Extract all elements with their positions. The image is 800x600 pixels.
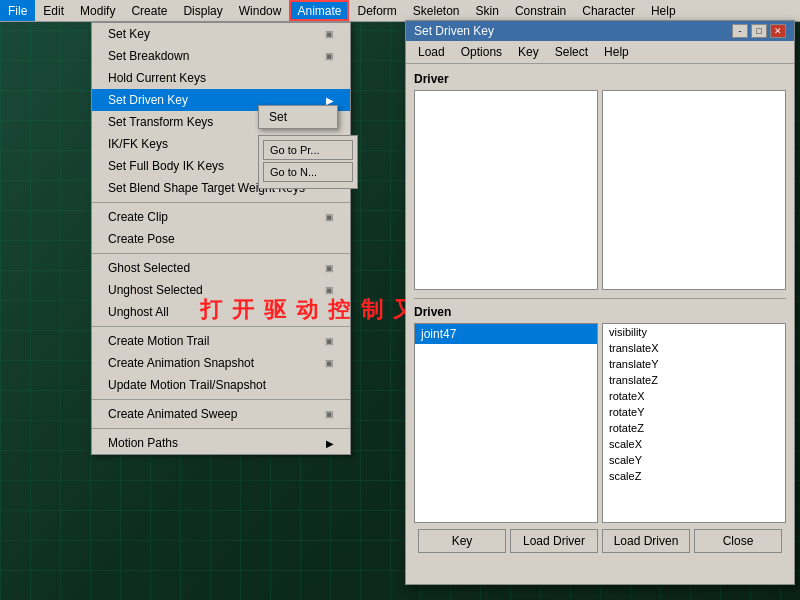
driver-panel [414,90,786,290]
menu-item-create-pose[interactable]: Create Pose [92,228,350,250]
set-driven-key-submenu: Set [258,105,338,129]
separator-4 [92,399,350,400]
sdk-divider [414,298,786,299]
submenu-arrow-motion-paths: ▶ [326,438,334,449]
sdk-menu-key[interactable]: Key [510,43,547,61]
driver-list-panel[interactable] [414,90,598,290]
goto-panel: Go to Pr... Go to N... [258,135,358,189]
menu-window[interactable]: Window [231,0,290,21]
menu-skeleton[interactable]: Skeleton [405,0,468,21]
sdk-dialog: Set Driven Key - □ ✕ Load Options Key Se… [405,20,795,585]
hotkey-icon-anim-snapshot: ▣ [325,358,334,368]
attr-scaleZ[interactable]: scaleZ [603,468,785,484]
menu-item-create-animation-snapshot[interactable]: Create Animation Snapshot ▣ [92,352,350,374]
sdk-titlebar: Set Driven Key - □ ✕ [406,21,794,41]
attr-translateY[interactable]: translateY [603,356,785,372]
menu-item-ghost-selected[interactable]: Ghost Selected ▣ [92,257,350,279]
menu-animate[interactable]: Animate [289,0,349,21]
menu-file[interactable]: File [0,0,35,21]
sdk-menubar: Load Options Key Select Help [406,41,794,64]
hotkey-icon-set-breakdown: ▣ [325,51,334,61]
attr-rotateZ[interactable]: rotateZ [603,420,785,436]
close-button[interactable]: ✕ [770,24,786,38]
menu-create[interactable]: Create [123,0,175,21]
driven-list[interactable]: joint47 [414,323,598,523]
attr-translateZ[interactable]: translateZ [603,372,785,388]
menu-deform[interactable]: Deform [349,0,404,21]
minimize-button[interactable]: - [732,24,748,38]
menu-help[interactable]: Help [643,0,684,21]
menu-modify[interactable]: Modify [72,0,123,21]
submenu-item-set[interactable]: Set [259,106,337,128]
sdk-footer: Key Load Driver Load Driven Close [414,523,786,557]
hotkey-icon-motion-trail: ▣ [325,336,334,346]
menu-item-hold-current-keys[interactable]: Hold Current Keys [92,67,350,89]
menu-constrain[interactable]: Constrain [507,0,574,21]
driven-list-item-joint47[interactable]: joint47 [415,324,597,344]
attr-translateX[interactable]: translateX [603,340,785,356]
separator-5 [92,428,350,429]
attr-scaleY[interactable]: scaleY [603,452,785,468]
menu-edit[interactable]: Edit [35,0,72,21]
separator-2 [92,253,350,254]
sdk-title: Set Driven Key [414,24,494,38]
menubar: File Edit Modify Create Display Window A… [0,0,800,22]
menu-item-create-clip[interactable]: Create Clip ▣ [92,206,350,228]
driver-label: Driver [414,72,786,86]
attr-rotateY[interactable]: rotateY [603,404,785,420]
driven-label: Driven [414,305,786,319]
key-button[interactable]: Key [418,529,506,553]
menu-item-motion-paths[interactable]: Motion Paths ▶ [92,432,350,454]
sdk-menu-help[interactable]: Help [596,43,637,61]
load-driven-button[interactable]: Load Driven [602,529,690,553]
close-dialog-button[interactable]: Close [694,529,782,553]
driven-panel: joint47 visibility translateX translateY… [414,323,786,523]
attr-scaleX[interactable]: scaleX [603,436,785,452]
sdk-menu-options[interactable]: Options [453,43,510,61]
hotkey-icon-unghost: ▣ [325,285,334,295]
driven-attr-list[interactable]: visibility translateX translateY transla… [602,323,786,523]
menu-item-set-key[interactable]: Set Key ▣ [92,23,350,45]
hotkey-icon-create-clip: ▣ [325,212,334,222]
attr-visibility[interactable]: visibility [603,324,785,340]
animate-dropdown: Set Key ▣ Set Breakdown ▣ Hold Current K… [91,22,351,455]
separator-1 [92,202,350,203]
hotkey-icon-anim-sweep: ▣ [325,409,334,419]
load-driver-button[interactable]: Load Driver [510,529,598,553]
sdk-titlebar-buttons: - □ ✕ [732,24,786,38]
separator-3 [92,326,350,327]
menu-item-create-animated-sweep[interactable]: Create Animated Sweep ▣ [92,403,350,425]
menu-skin[interactable]: Skin [468,0,507,21]
menu-item-update-motion-trail[interactable]: Update Motion Trail/Snapshot [92,374,350,396]
sdk-menu-load[interactable]: Load [410,43,453,61]
menu-display[interactable]: Display [175,0,230,21]
maximize-button[interactable]: □ [751,24,767,38]
goto-prev-button[interactable]: Go to Pr... [263,140,353,160]
goto-next-button[interactable]: Go to N... [263,162,353,182]
sdk-content: Driver Driven joint47 visibility transla… [406,64,794,565]
hotkey-icon-ghost: ▣ [325,263,334,273]
submenu-arrow-set-driven-key: ▶ [326,95,334,106]
menu-character[interactable]: Character [574,0,643,21]
driver-attr-panel[interactable] [602,90,786,290]
sdk-menu-select[interactable]: Select [547,43,596,61]
menu-item-set-breakdown[interactable]: Set Breakdown ▣ [92,45,350,67]
attr-rotateX[interactable]: rotateX [603,388,785,404]
hotkey-icon-set-key: ▣ [325,29,334,39]
menu-item-create-motion-trail[interactable]: Create Motion Trail ▣ [92,330,350,352]
